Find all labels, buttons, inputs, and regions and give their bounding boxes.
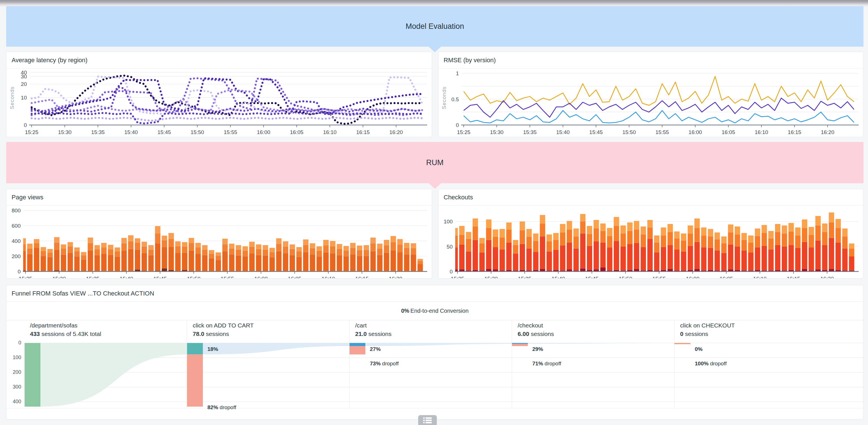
funnel-stage-name: /department/sofas (30, 322, 78, 329)
svg-text:0: 0 (24, 122, 27, 128)
funnel-stage-dropoff: 73% dropoff (370, 361, 399, 367)
svg-text:15:50: 15:50 (622, 129, 636, 135)
svg-text:Seconds: Seconds (9, 87, 15, 109)
funnel-stage-dropoff: 71% dropoff (532, 361, 561, 367)
svg-text:100: 100 (444, 219, 453, 225)
funnel-stage-sessions: 21.0 sessions (355, 331, 391, 337)
page_views-svg: 020040060080015:2515:3015:3515:4015:4515… (6, 205, 432, 278)
svg-text:Seconds: Seconds (441, 87, 447, 109)
banner-notch (429, 183, 441, 189)
svg-text:15:25: 15:25 (451, 276, 464, 278)
svg-text:50: 50 (447, 244, 453, 250)
funnel-stage-dropoff: 82% dropoff (207, 404, 236, 410)
widget-checkouts: Checkouts 05010015:2515:3015:3515:4015:4… (438, 189, 864, 279)
svg-text:10: 10 (21, 95, 27, 101)
funnel-stage-name: click on CHECKOUT (680, 322, 735, 329)
page-views-chart-plot[interactable]: 020040060080015:2515:3015:3515:4015:4515… (6, 205, 432, 278)
funnel-y-tick: 100 (6, 355, 21, 361)
chart-title-page-views: Page views (6, 189, 432, 205)
svg-text:15:40: 15:40 (556, 129, 570, 135)
svg-text:16:10: 16:10 (753, 276, 767, 278)
svg-text:15:40: 15:40 (552, 276, 565, 278)
chart-title-rmse: RMSE (by version) (438, 52, 863, 68)
svg-text:15:55: 15:55 (655, 129, 669, 135)
funnel-y-tick: 200 (6, 369, 21, 375)
svg-text:16:00: 16:00 (686, 276, 700, 278)
svg-text:15:50: 15:50 (619, 276, 632, 278)
funnel-stage-sessions: 0 sessions (680, 331, 708, 337)
banner-rum-label: RUM (426, 158, 444, 167)
svg-text:15:25: 15:25 (19, 276, 32, 278)
svg-text:16:20: 16:20 (820, 276, 834, 278)
svg-text:0: 0 (456, 122, 459, 128)
svg-text:16:15: 16:15 (788, 129, 801, 135)
funnel-stage-column: /cart 21.0 sessions27%73% dropoff (349, 320, 512, 408)
svg-text:15:45: 15:45 (589, 129, 603, 135)
widget-page-views: Page views 020040060080015:2515:3015:351… (6, 189, 432, 279)
funnel-stage-pct: 18% (207, 346, 218, 352)
svg-text:800: 800 (11, 207, 21, 214)
svg-text:15:35: 15:35 (518, 276, 531, 278)
chart-title-latency: Average latency (by region) (6, 52, 432, 68)
banner-notch (429, 47, 441, 52)
funnel-stage-sessions: 78.0 sessions (193, 331, 229, 337)
svg-text:15:30: 15:30 (484, 276, 498, 278)
svg-text:16:10: 16:10 (755, 129, 768, 135)
svg-text:15:30: 15:30 (490, 129, 503, 135)
funnel-y-tick: 300 (6, 384, 21, 390)
funnel-stage-column: click on ADD TO CART 78.0 sessions18%82%… (187, 320, 349, 408)
svg-text:16:20: 16:20 (390, 129, 403, 135)
list-icon (423, 417, 432, 424)
svg-text:15:45: 15:45 (585, 276, 599, 278)
banner-model-evaluation-label: Model Evaluation (405, 22, 464, 31)
funnel-y-tick: 400 (6, 399, 21, 405)
funnel-conversion-summary: 0% End-to-end Conversion (6, 302, 863, 320)
funnel-stage-dropoff: 100% dropoff (695, 361, 727, 367)
funnel-stage-pct: 29% (532, 346, 543, 352)
list-view-button[interactable] (418, 415, 437, 425)
funnel-stage-pct: 27% (370, 346, 381, 352)
svg-text:16:05: 16:05 (722, 129, 735, 135)
svg-text:16:10: 16:10 (321, 276, 335, 278)
svg-text:15:40: 15:40 (120, 276, 133, 278)
svg-text:16:00: 16:00 (254, 276, 268, 278)
rmse-chart-plot[interactable]: 00.5115:2515:3015:3515:4015:4515:5015:55… (438, 68, 863, 137)
svg-text:16:10: 16:10 (323, 129, 337, 135)
funnel-stage-name: /checkout (518, 322, 543, 329)
svg-text:1: 1 (456, 70, 459, 76)
svg-text:16:05: 16:05 (720, 276, 733, 278)
svg-text:15:40: 15:40 (124, 129, 138, 135)
dashboard-page: Model Evaluation Average latency (by reg… (0, 0, 868, 425)
svg-text:15:55: 15:55 (224, 129, 237, 135)
svg-text:15:45: 15:45 (157, 129, 171, 135)
svg-text:15:50: 15:50 (191, 129, 204, 135)
svg-text:0.5: 0.5 (452, 96, 459, 102)
svg-text:200: 200 (11, 253, 21, 259)
svg-text:40: 40 (21, 69, 27, 76)
widget-rmse: RMSE (by version) 00.5115:2515:3015:3515… (438, 52, 864, 137)
svg-text:16:15: 16:15 (355, 276, 369, 278)
svg-text:16:20: 16:20 (821, 129, 834, 135)
banner-rum: RUM (6, 142, 864, 183)
svg-text:16:05: 16:05 (290, 129, 304, 135)
svg-text:15:55: 15:55 (221, 276, 234, 278)
svg-text:15:45: 15:45 (153, 276, 167, 278)
funnel-plot[interactable]: 0100200300400 /department/sofas 433 sess… (6, 320, 863, 408)
svg-text:16:20: 16:20 (389, 276, 402, 278)
svg-text:16:00: 16:00 (689, 129, 702, 135)
rmse-svg: 00.5115:2515:3015:3515:4015:4515:5015:55… (438, 68, 863, 137)
checkouts-chart-plot[interactable]: 05010015:2515:3015:3515:4015:4515:5015:5… (438, 205, 863, 278)
funnel-stage-sessions: 6.00 sessions (518, 331, 554, 337)
svg-text:400: 400 (11, 238, 21, 244)
funnel-conversion-value: 0% (401, 308, 409, 314)
svg-text:16:15: 16:15 (787, 276, 801, 278)
svg-text:16:00: 16:00 (257, 129, 270, 135)
funnel-stage-sessions: 433 sessions of 5.43K total (30, 331, 101, 337)
latency-chart-plot[interactable]: 01020304015:2515:3015:3515:4015:4515:501… (6, 68, 432, 137)
svg-text:15:30: 15:30 (58, 129, 72, 135)
checkouts-svg: 05010015:2515:3015:3515:4015:4515:5015:5… (438, 205, 863, 278)
funnel-stage-column: click on CHECKOUT 0 sessions0%100% dropo… (674, 320, 863, 408)
svg-text:16:05: 16:05 (288, 276, 302, 278)
svg-text:0: 0 (450, 268, 453, 275)
svg-text:16:15: 16:15 (356, 129, 370, 135)
